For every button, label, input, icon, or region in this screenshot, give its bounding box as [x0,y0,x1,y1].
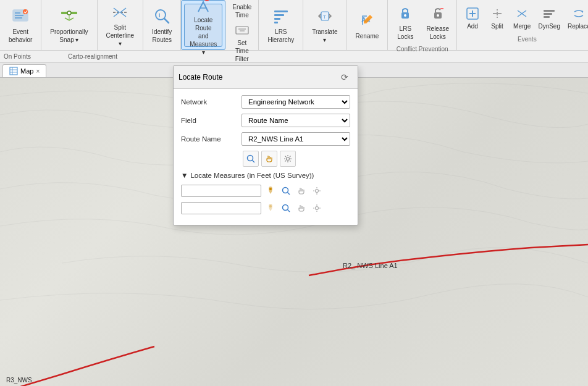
svg-point-40 [283,188,288,193]
svg-point-43 [269,205,272,208]
map-tab-close[interactable]: × [36,68,40,75]
field-label: Field [181,117,237,124]
map-tab-label: Map [20,67,33,75]
panel-actions [181,151,350,167]
field-select[interactable]: Route Name [242,114,350,127]
event-behavior-label: Event behavior [9,28,32,44]
measure-icons-1 [264,184,324,198]
panel-settings-button[interactable] [280,151,296,167]
svg-rect-18 [274,10,288,12]
svg-rect-35 [10,67,17,75]
rename-icon: Aa [357,10,377,30]
field-row: Field Route Name [181,114,350,127]
events-label: Events [518,36,537,43]
release-locks-button[interactable]: ReleaseLocks [421,0,454,43]
measure-search-icon-1[interactable] [279,184,293,198]
map-tab[interactable]: Map × [2,64,46,77]
map-area[interactable]: R2_ NWS Line A1 R3_NWS Line A1 Locate Ro… [0,65,588,386]
locate-measures-header[interactable]: ▼ Locate Measures (in Feet (US Survey)) [181,172,350,179]
map-tab-icon [9,67,18,75]
measure-settings-icon-1[interactable] [310,184,324,198]
svg-point-39 [269,188,272,190]
measure-search-icon-2[interactable] [279,201,293,215]
toolbar-group-event: Event behavior [0,0,41,50]
svg-point-46 [316,207,319,210]
lrs-hierarchy-button[interactable]: LRSHierarchy [262,4,299,47]
measure-pan-icon-2[interactable] [295,201,308,215]
measure-icons-2 [264,201,324,215]
route-name-row: Route Name R2_NWS Line A1 [181,132,350,146]
sub-label-points: On Points [4,53,31,60]
locate-route-label: Locate Routeand Measures ▾ [190,16,217,56]
toolbar-group-snap: ProportionallySnap ▾ [41,0,97,50]
set-time-filter-icon [235,23,250,38]
panel-search-button[interactable] [243,151,259,167]
svg-line-41 [288,193,290,195]
toolbar-group-identify: i IdentifyRoutes [143,0,181,50]
panel-title: Locate Route [178,73,222,82]
route-name-select[interactable]: R2_NWS Line A1 [242,132,350,146]
svg-point-28 [437,14,439,17]
merge-icon [514,6,529,21]
panel-refresh-button[interactable]: ⟳ [337,69,353,85]
rename-button[interactable]: Aa Rename [351,4,384,47]
split-icon [490,6,505,21]
route-name-label: Route Name [181,135,237,143]
split-button[interactable]: Split [485,2,509,33]
toolbar-group-conflict: LRSLocks ReleaseLocks Conflict Preventio… [388,0,457,50]
add-icon [465,6,480,21]
panel-header: Locate Route ⟳ [174,66,358,89]
release-locks-label: ReleaseLocks [426,25,449,41]
sub-label-carto: Carto-realignment [68,53,117,60]
identify-routes-label: IdentifyRoutes [152,28,172,44]
add-button[interactable]: Add [461,2,484,33]
svg-rect-21 [274,22,278,23]
split-centerline-label: SplitCenterline ▾ [106,23,135,48]
conflict-prevention-label: Conflict Prevention [397,46,448,52]
locate-route-button[interactable]: Locate Routeand Measures ▾ [184,4,222,47]
translate-button[interactable]: T Translate ▾ [307,4,342,47]
locate-measures-label: Locate Measures (in Feet (US Survey)) [190,172,314,179]
measure-pin-icon-1[interactable] [264,184,277,198]
svg-point-26 [404,14,406,17]
network-row: Network Engineering Network [181,95,350,109]
svg-rect-33 [544,13,552,15]
svg-point-44 [283,205,288,211]
lrs-hierarchy-label: LRSHierarchy [267,28,294,44]
svg-rect-19 [274,14,284,16]
svg-line-37 [253,161,255,163]
toolbar-group-locate: Locate Routeand Measures ▾ [181,0,225,50]
network-select[interactable]: Engineering Network [242,95,350,109]
merge-label: Merge [513,22,531,30]
set-time-filter-button[interactable]: Set TimeFilter [229,22,254,64]
svg-text:T: T [323,14,326,20]
prop-snap-label: ProportionallySnap ▾ [50,28,88,44]
network-label: Network [181,98,237,106]
replace-button[interactable]: Replace [565,2,588,33]
toolbar-group-split: SplitCenterline ▾ [98,0,144,50]
measure-settings-icon-2[interactable] [310,201,324,215]
measure-pan-icon-1[interactable] [295,184,308,198]
rename-label: Rename [356,32,379,40]
release-locks-icon [428,3,448,23]
hand-icon [265,154,274,163]
event-behavior-button[interactable]: Event behavior [4,4,37,47]
enable-time-button[interactable]: ▶ EnableTime [229,0,254,20]
toolbar-group-rename: Aa Rename [347,0,388,50]
dynseg-button[interactable]: DynSeg [535,2,563,33]
collapse-icon: ▼ [181,172,188,179]
svg-point-36 [248,156,253,161]
lrs-locks-button[interactable]: LRSLocks [390,0,420,43]
panel-hand-button[interactable] [261,151,277,167]
measure-input-1[interactable] [181,185,261,197]
add-label: Add [467,22,478,30]
merge-button[interactable]: Merge [510,2,534,33]
identify-routes-button[interactable]: i IdentifyRoutes [147,4,177,47]
prop-snap-button[interactable]: ProportionallySnap ▾ [45,4,93,47]
measure-input-2[interactable] [181,202,261,214]
svg-line-6 [164,19,169,23]
split-centerline-button[interactable]: SplitCenterline ▾ [101,4,140,47]
lrs-locks-label: LRSLocks [397,25,413,41]
measure-pin-icon-2[interactable] [264,201,277,215]
dynseg-label: DynSeg [538,22,560,30]
